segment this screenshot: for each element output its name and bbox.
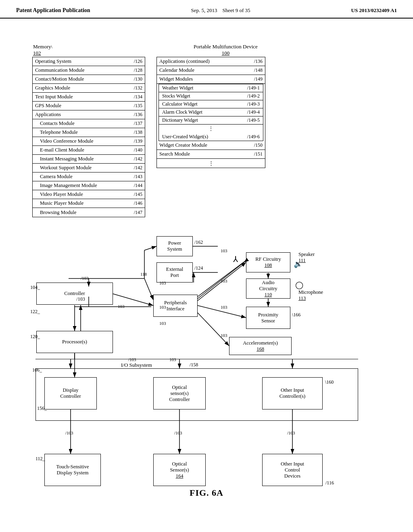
widget-dots: ⋮ bbox=[159, 125, 263, 133]
other-input-devices-box: Other InputControlDevices bbox=[262, 454, 323, 486]
svg-text:/103: /103 bbox=[287, 430, 295, 435]
svg-text:103: 103 bbox=[221, 333, 227, 338]
memory-row-music: Music Player Module /146 bbox=[33, 199, 145, 208]
apps-search: Search Module /151 bbox=[157, 150, 265, 159]
device-ref: 100 bbox=[222, 50, 230, 56]
fig-caption: FIG. 6A bbox=[190, 488, 223, 498]
memory-row-im: Instant Messaging Module /142 bbox=[33, 155, 145, 164]
peripherals-box: PeripheralsInterface bbox=[153, 295, 198, 317]
proximity-sensor-box: ProximitySensor bbox=[246, 307, 290, 329]
widget-stocks: Stocks Widget /149-2 bbox=[159, 92, 263, 100]
memory-row-email: E-mail Client Module /140 bbox=[33, 146, 145, 155]
header-right: US 2013/0232409 A1 bbox=[351, 7, 397, 14]
memory-row-contacts: Contacts Module /137 bbox=[33, 119, 145, 128]
svg-text:103: 103 bbox=[169, 357, 176, 362]
apps-widgets: Widget Modules /149 bbox=[157, 75, 265, 84]
accelerometer-box: Accelerometer(s)168 bbox=[229, 337, 292, 355]
touch-display-ref: 112_ bbox=[35, 456, 45, 462]
apps-box: Applications (continued) /136 Calendar M… bbox=[156, 57, 265, 168]
processor-ref: 120_ bbox=[30, 334, 40, 340]
memory-row-text: Text Input Module /134 bbox=[33, 93, 145, 102]
diagram-area: Memory\ 102 Portable Multifunction Devic… bbox=[0, 19, 413, 510]
memory-row-apps: Applications /136 bbox=[33, 110, 145, 119]
memory-label: Memory\ 102 bbox=[33, 44, 52, 56]
touch-display-box: Touch-SensitiveDisplay System bbox=[44, 454, 101, 486]
controller-box: Controller bbox=[36, 283, 113, 305]
memory-row-workout: Workout Support Module /142 bbox=[33, 164, 145, 172]
power-system-box: PowerSystem bbox=[156, 236, 193, 256]
apps-dots: ⋮ bbox=[157, 159, 265, 168]
widget-user-created: User-Created Widget(s) /149-6 bbox=[159, 133, 263, 141]
memory-row-videoconf: Video Conference Module /139 bbox=[33, 137, 145, 146]
external-port-box: ExternalPort bbox=[156, 262, 193, 283]
memory-box: Operating System /126 Communication Modu… bbox=[32, 57, 145, 217]
power-ref: /162 bbox=[194, 239, 203, 245]
svg-line-36 bbox=[198, 262, 244, 299]
widget-alarm: Alarm Clock Widget /149-4 bbox=[159, 108, 263, 116]
memory-row-camera: Camera Module /143 bbox=[33, 172, 145, 181]
svg-line-35 bbox=[198, 260, 246, 297]
portable-device-label: Portable Multifunction Device 100 bbox=[194, 44, 258, 56]
widget-weather: Weather Widget /149-1 bbox=[159, 84, 263, 92]
speaker-icon: 🔈 bbox=[294, 260, 302, 268]
header-left: Patent Application Publication bbox=[16, 7, 90, 14]
widget-calc: Calculator Widget /149-3 bbox=[159, 100, 263, 108]
memory-row-video: Video Player Module /145 bbox=[33, 190, 145, 199]
svg-text:/103: /103 bbox=[128, 357, 136, 362]
memory-row-gps: GPS Module /135 bbox=[33, 102, 145, 110]
svg-line-14 bbox=[198, 305, 246, 318]
audio-circuitry-box: AudioCircuitry110 bbox=[246, 278, 290, 299]
optical-sensor-box: OpticalSensor(s)164 bbox=[153, 454, 206, 486]
svg-text:118: 118 bbox=[140, 272, 147, 276]
svg-text:103: 103 bbox=[118, 304, 125, 309]
memory-ref: 102 bbox=[33, 50, 41, 56]
memory-row-graphics: Graphics Module /132 bbox=[33, 84, 145, 93]
io-ref2: /158 bbox=[190, 362, 198, 368]
memory-row-os: Operating System /126 bbox=[33, 57, 145, 66]
svg-line-7 bbox=[113, 294, 153, 305]
optical-sensor-controller-box: Opticalsensor(s)Controller bbox=[153, 377, 206, 409]
svg-text:103: 103 bbox=[221, 278, 227, 283]
header-date: Sep. 5, 2013 bbox=[191, 7, 217, 13]
memory-row-imgmgmt: Image Management Module /144 bbox=[33, 181, 145, 190]
proximity-ref: \166 bbox=[292, 312, 300, 318]
svg-line-33 bbox=[144, 278, 153, 300]
controller-ref: 104_ bbox=[30, 285, 40, 291]
svg-line-11 bbox=[198, 262, 246, 301]
memory-row-comm: Communication Module /128 bbox=[33, 66, 145, 75]
memory-row-contact: Contact/Motion Module /130 bbox=[33, 75, 145, 84]
memory-row-telephone: Telephone Module /138 bbox=[33, 128, 145, 137]
other-input-controller-ref: \160 bbox=[325, 379, 334, 385]
processor-box: Processor(s) bbox=[36, 331, 113, 353]
display-controller-box: DisplayController bbox=[44, 377, 97, 409]
memory-row-browsing: Browsing Module /147 bbox=[33, 208, 145, 217]
svg-line-31 bbox=[144, 246, 156, 250]
svg-text:/103: /103 bbox=[174, 430, 182, 435]
rf-circuitry-box: RF Circuitry108 bbox=[246, 252, 290, 272]
io-label: I/O Subsystem bbox=[121, 362, 152, 368]
microphone-label: Microphone113 bbox=[298, 289, 323, 301]
antenna-icon: ⅄ bbox=[233, 254, 238, 264]
header-center: Sep. 5, 2013 Sheet 9 of 35 bbox=[191, 7, 250, 14]
apps-widget-creator: Widget Creator Module /150 bbox=[157, 141, 265, 150]
svg-text:103: 103 bbox=[159, 321, 166, 326]
svg-text:/103: /103 bbox=[65, 430, 73, 435]
svg-text:/103: /103 bbox=[81, 276, 89, 281]
svg-text:103: 103 bbox=[221, 305, 227, 310]
other-input-devices-ref: /116 bbox=[325, 480, 334, 486]
widget-dict: Dictionary Widget /149-5 bbox=[159, 116, 263, 125]
apps-header: Applications (continued) /136 bbox=[157, 57, 265, 66]
svg-text:103: 103 bbox=[221, 248, 227, 253]
header-sheet: Sheet 9 of 35 bbox=[223, 7, 250, 13]
widget-inner-box: Weather Widget /149-1 Stocks Widget /149… bbox=[159, 84, 263, 141]
microphone-icon: ◯ bbox=[295, 281, 303, 289]
svg-line-15 bbox=[198, 313, 229, 346]
page-header: Patent Application Publication Sep. 5, 2… bbox=[0, 0, 413, 19]
apps-calendar: Calendar Module /148 bbox=[157, 66, 265, 75]
display-controller-ref: 156_ bbox=[37, 405, 47, 411]
other-input-controller-box: Other InputController(s) bbox=[262, 377, 323, 409]
controller-ref2: 122_ bbox=[30, 309, 40, 315]
external-port-ref: /124 bbox=[194, 265, 203, 271]
